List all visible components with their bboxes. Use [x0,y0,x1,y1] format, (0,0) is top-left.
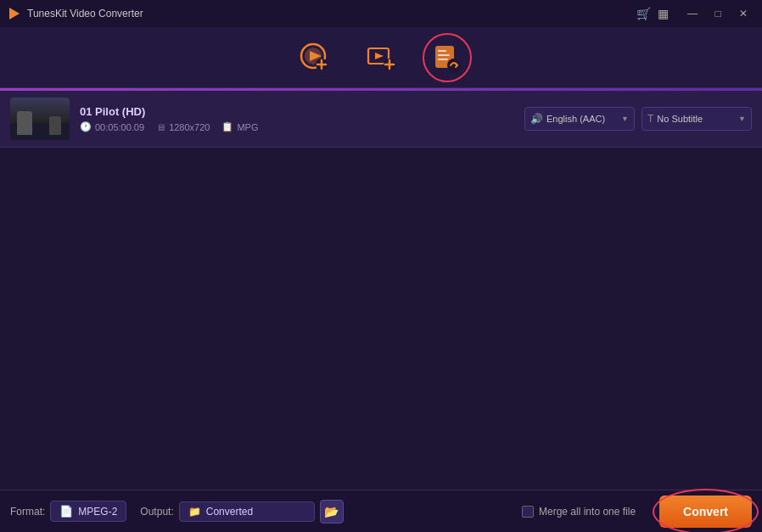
content-area: 01 Pilot (HD) 🕐 00:05:00.09 🖥 1280x720 📋… [0,91,762,490]
subtitle-dropdown-arrow: ▼ [738,115,746,123]
subtitle-dropdown[interactable]: T No Subtitle ▼ [642,107,752,131]
convert-icon-wrap [428,38,467,77]
audio-dropdown-label: English (AAC) [546,114,605,124]
svg-rect-15 [438,59,448,60]
add-bluray-icon-wrap [361,38,401,77]
output-folder-icon: 📁 [188,506,201,518]
format-value: MPEG-2 [78,506,117,518]
audio-dropdown-arrow: ▼ [621,115,629,123]
app-logo-icon [7,6,22,21]
svg-marker-0 [9,8,20,20]
browse-folder-button[interactable]: 📂 [320,500,344,524]
convert-button-label: Convert [683,505,728,518]
format-value-box: 📄 MPEG-2 [50,501,126,522]
merge-checkbox[interactable] [522,506,534,518]
svg-rect-14 [438,54,450,56]
browse-folder-icon: 📂 [324,505,339,518]
toolbar [0,27,762,88]
add-bluray-icon [365,42,397,74]
resolution-item: 🖥 1280x720 [156,122,210,132]
tab-add-bluray[interactable] [361,38,401,77]
maximize-button[interactable]: □ [706,5,730,22]
status-bar: Format: 📄 MPEG-2 Output: 📁 Converted 📂 M… [0,490,762,532]
output-value: Converted [206,506,253,518]
svg-point-16 [447,59,461,72]
file-resolution: 1280x720 [169,122,210,132]
grid-icon[interactable]: ▦ [658,7,669,20]
format-file-icon: 📄 [59,505,73,518]
tab-convert[interactable] [428,38,467,77]
app-title: TunesKit Video Converter [27,8,631,20]
format-label: Format: [10,506,45,518]
add-video-icon [299,42,331,74]
audio-dropdown-icon: 🔊 [530,113,543,125]
file-duration: 00:05:00.09 [95,122,144,132]
file-format: MPG [237,122,258,132]
format-section: Format: 📄 MPEG-2 [10,501,126,522]
cart-icon[interactable]: 🛒 [636,7,651,20]
file-thumbnail [10,98,70,140]
svg-marker-8 [375,53,384,59]
title-bar: TunesKit Video Converter 🛒 ▦ — □ ✕ [0,0,762,27]
duration-item: 🕐 00:05:00.09 [80,121,144,132]
file-name: 01 Pilot (HD) [80,105,514,118]
window-controls: — □ ✕ [681,5,755,22]
merge-label: Merge all into one file [539,506,636,518]
file-meta: 🕐 00:05:00.09 🖥 1280x720 📋 MPG [80,121,514,132]
format-icon: 📋 [221,121,233,132]
file-controls: 🔊 English (AAC) ▼ T No Subtitle ▼ [524,107,752,131]
format-item: 📋 MPG [221,121,258,132]
minimize-button[interactable]: — [681,5,704,22]
clock-icon: 🕐 [80,121,92,132]
subtitle-dropdown-label: No Subtitle [657,114,703,124]
output-label: Output: [140,506,173,518]
file-row: 01 Pilot (HD) 🕐 00:05:00.09 🖥 1280x720 📋… [0,91,762,148]
subtitle-dropdown-icon: T [647,113,653,125]
output-value-box: 📁 Converted [179,501,315,522]
convert-btn-container: Convert [659,496,752,528]
svg-rect-13 [438,50,446,52]
title-extra-icons: 🛒 ▦ [636,7,669,20]
thumbnail-scene [10,98,70,140]
file-info: 01 Pilot (HD) 🕐 00:05:00.09 🖥 1280x720 📋… [80,105,514,132]
audio-dropdown[interactable]: 🔊 English (AAC) ▼ [524,107,635,131]
convert-icon [431,42,463,74]
resolution-icon: 🖥 [156,122,165,132]
add-video-icon-wrap [295,38,334,77]
merge-section: Merge all into one file [522,506,636,518]
tab-add-video[interactable] [295,38,334,77]
close-button[interactable]: ✕ [731,5,755,22]
convert-button[interactable]: Convert [659,496,752,528]
output-section: Output: 📁 Converted 📂 [140,500,343,524]
